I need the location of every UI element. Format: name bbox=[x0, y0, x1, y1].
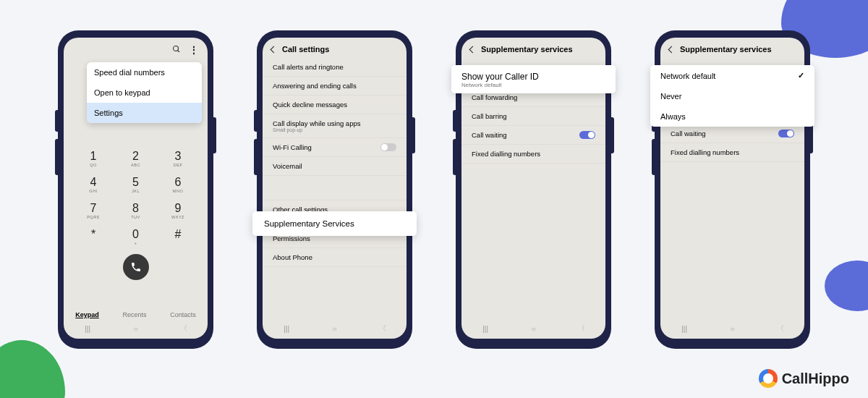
page-title: Supplementary services bbox=[481, 45, 573, 54]
caller-id-options-popup: Network default ✓ Never Always bbox=[650, 65, 814, 127]
phone-2: Call settings Call alerts and ringtone A… bbox=[257, 30, 412, 349]
menu-open-keypad[interactable]: Open to keypad bbox=[87, 82, 202, 103]
nav-back-icon[interactable]: 〈 bbox=[773, 323, 788, 334]
android-navbar: ||| ○ 〈 bbox=[64, 321, 208, 336]
key-3[interactable]: 3DEF bbox=[163, 150, 193, 167]
item-call-waiting[interactable]: Call waiting bbox=[660, 124, 804, 143]
key-9[interactable]: 9WXYZ bbox=[163, 202, 193, 219]
nav-home-icon[interactable]: ○ bbox=[128, 325, 142, 333]
nav-recents-icon[interactable]: ||| bbox=[279, 325, 294, 333]
key-4[interactable]: 4GHI bbox=[78, 176, 109, 193]
dialer-screen: ⋮ 1QO 2ABC 3DEF 4GHI 5JKL 6MNO 7PQRS bbox=[64, 38, 208, 339]
caller-id-options-screen: Supplementary services Call waiting Fixe… bbox=[660, 38, 804, 339]
nav-recents-icon[interactable]: ||| bbox=[677, 325, 692, 333]
option-label: Never bbox=[660, 92, 681, 101]
back-icon[interactable] bbox=[271, 46, 278, 53]
android-navbar: ||| ○ 〈 bbox=[263, 321, 407, 336]
nav-home-icon[interactable]: ○ bbox=[327, 325, 341, 333]
item-quick-decline[interactable]: Quick decline messages bbox=[263, 96, 407, 114]
key-hash[interactable]: # bbox=[163, 228, 193, 245]
nav-back-icon[interactable]: 〈 bbox=[574, 323, 589, 334]
item-label: Call waiting bbox=[671, 130, 706, 137]
key-8[interactable]: 8TUV bbox=[121, 202, 151, 219]
wifi-calling-toggle[interactable] bbox=[380, 143, 396, 151]
page-title: Supplementary services bbox=[680, 45, 772, 54]
key-2[interactable]: 2ABC bbox=[121, 150, 151, 167]
item-about-phone[interactable]: About Phone bbox=[263, 248, 407, 267]
item-sublabel: Small pop-up bbox=[273, 127, 396, 132]
menu-speed-dial[interactable]: Speed dial numbers bbox=[87, 62, 202, 82]
key-7[interactable]: 7PQRS bbox=[78, 202, 109, 219]
tab-contacts[interactable]: Contacts bbox=[170, 311, 196, 318]
key-5[interactable]: 5JKL bbox=[121, 176, 151, 193]
item-label: Call display while using apps bbox=[273, 119, 396, 127]
show-caller-id-highlight[interactable]: Show your Caller ID Network default bbox=[451, 65, 616, 93]
option-always[interactable]: Always bbox=[650, 106, 814, 127]
item-answering[interactable]: Answering and ending calls bbox=[263, 77, 407, 96]
android-navbar: ||| ○ 〈 bbox=[660, 321, 804, 336]
tab-keypad[interactable]: Keypad bbox=[75, 311, 99, 318]
option-never[interactable]: Never bbox=[650, 86, 814, 106]
check-icon: ✓ bbox=[798, 71, 804, 80]
call-waiting-toggle[interactable] bbox=[579, 131, 595, 139]
item-label: Wi-Fi Calling bbox=[273, 143, 312, 151]
phone-3: Supplementary services Call forwarding C… bbox=[456, 30, 611, 349]
key-6[interactable]: 6MNO bbox=[163, 176, 193, 193]
phone-1: ⋮ 1QO 2ABC 3DEF 4GHI 5JKL 6MNO 7PQRS bbox=[58, 30, 213, 349]
phone-4: Supplementary services Call waiting Fixe… bbox=[655, 30, 810, 349]
nav-recents-icon[interactable]: ||| bbox=[478, 325, 493, 333]
brand-name: CallHippo bbox=[782, 371, 849, 387]
callhippo-logo-icon bbox=[759, 369, 778, 388]
item-supplementary-placeholder bbox=[263, 176, 407, 200]
item-label: Call waiting bbox=[472, 131, 507, 139]
back-icon[interactable] bbox=[469, 46, 477, 53]
call-settings-screen: Call settings Call alerts and ringtone A… bbox=[263, 38, 407, 339]
item-wifi-calling[interactable]: Wi-Fi Calling bbox=[263, 138, 407, 157]
popup-subtitle: Network default bbox=[461, 82, 605, 88]
nav-home-icon[interactable]: ○ bbox=[526, 325, 540, 333]
svg-point-0 bbox=[174, 46, 179, 51]
tab-recents[interactable]: Recents bbox=[122, 311, 146, 318]
keypad: 1QO 2ABC 3DEF 4GHI 5JKL 6MNO 7PQRS 8TUV … bbox=[64, 150, 208, 280]
overflow-menu: Speed dial numbers Open to keypad Settin… bbox=[87, 62, 202, 123]
supplementary-list: Call waiting Fixed dialling numbers bbox=[660, 124, 804, 162]
nav-home-icon[interactable]: ○ bbox=[725, 325, 739, 333]
call-button[interactable] bbox=[123, 254, 149, 280]
supplementary-list: Call forwarding Call barring Call waitin… bbox=[461, 88, 605, 164]
android-navbar: ||| ○ 〈 bbox=[461, 321, 605, 336]
nav-back-icon[interactable]: 〈 bbox=[375, 323, 390, 334]
item-call-alerts[interactable]: Call alerts and ringtone bbox=[263, 58, 407, 77]
item-call-barring[interactable]: Call barring bbox=[461, 107, 605, 126]
option-network-default[interactable]: Network default ✓ bbox=[650, 65, 814, 86]
nav-recents-icon[interactable]: ||| bbox=[80, 325, 95, 333]
key-0[interactable]: 0+ bbox=[121, 228, 151, 245]
svg-line-1 bbox=[178, 51, 180, 53]
item-fixed-dialling[interactable]: Fixed dialling numbers bbox=[660, 143, 804, 162]
popup-title: Show your Caller ID bbox=[461, 72, 605, 82]
item-fixed-dialling[interactable]: Fixed dialling numbers bbox=[461, 145, 605, 164]
item-call-waiting[interactable]: Call waiting bbox=[461, 126, 605, 145]
search-icon[interactable] bbox=[172, 45, 181, 56]
more-icon[interactable]: ⋮ bbox=[190, 45, 197, 56]
option-label: Always bbox=[660, 112, 686, 121]
option-label: Network default bbox=[660, 72, 715, 80]
back-icon[interactable] bbox=[668, 46, 676, 53]
page-title: Call settings bbox=[282, 45, 329, 54]
callhippo-brand: CallHippo bbox=[759, 369, 849, 388]
key-1[interactable]: 1QO bbox=[78, 150, 109, 167]
decorative-blob bbox=[0, 340, 65, 398]
item-call-display[interactable]: Call display while using apps Small pop-… bbox=[263, 114, 407, 138]
menu-settings[interactable]: Settings bbox=[87, 103, 202, 123]
supplementary-services-screen: Supplementary services Call forwarding C… bbox=[461, 38, 605, 339]
supplementary-services-highlight[interactable]: Supplementary Services bbox=[252, 211, 417, 236]
dialer-tabs: Keypad Recents Contacts bbox=[64, 311, 208, 318]
call-waiting-toggle[interactable] bbox=[778, 130, 794, 137]
phone-row: ⋮ 1QO 2ABC 3DEF 4GHI 5JKL 6MNO 7PQRS bbox=[0, 0, 868, 349]
item-voicemail[interactable]: Voicemail bbox=[263, 157, 407, 176]
nav-back-icon[interactable]: 〈 bbox=[176, 323, 191, 334]
key-star[interactable]: * bbox=[78, 228, 109, 245]
